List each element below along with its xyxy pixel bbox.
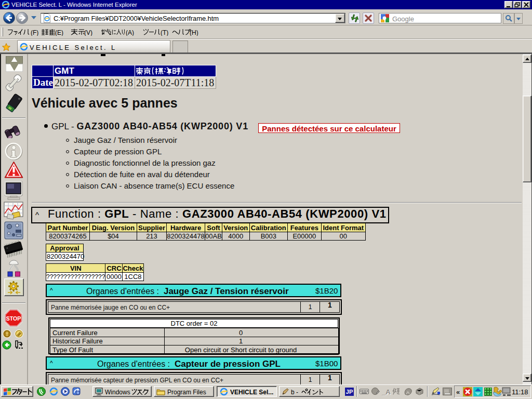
svg-text:(A): (A) [126,29,134,36]
svg-text:(H): (H) [190,29,198,36]
svg-text:(T): (T) [161,29,168,36]
svg-text:(F): (F) [31,29,38,36]
svg-text:(E): (E) [55,29,63,36]
svg-text:STOP: STOP [6,315,21,322]
svg-text:(V): (V) [84,29,92,36]
